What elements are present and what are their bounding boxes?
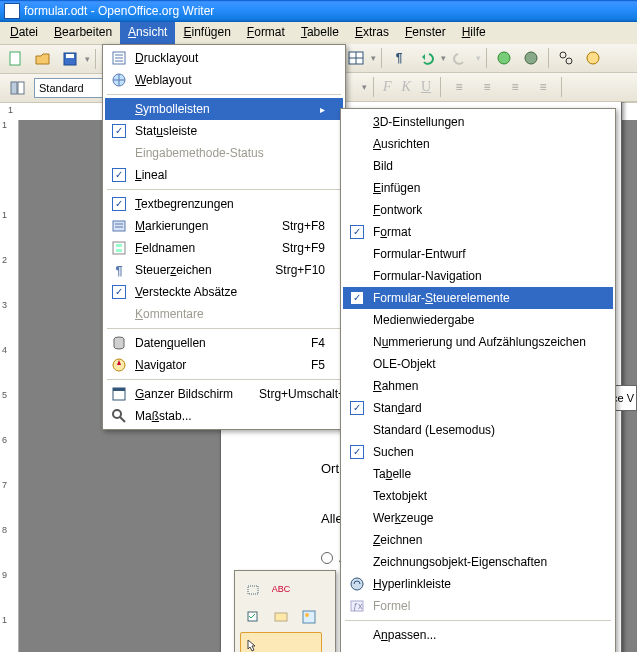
svg-rect-28 xyxy=(116,249,122,252)
menu-item[interactable]: Standard xyxy=(343,397,613,419)
redo-button[interactable] xyxy=(449,46,473,70)
form-select-icon[interactable] xyxy=(240,576,266,602)
menu-item[interactable]: Anpassen... xyxy=(343,624,613,646)
menu-item[interactable]: Suchen xyxy=(343,441,613,463)
menu-item[interactable]: FeldnamenStrg+F9 xyxy=(105,237,343,259)
toggle-para-button[interactable]: ¶ xyxy=(387,46,411,70)
menu-item[interactable]: Medienwiedergabe xyxy=(343,309,613,331)
menu-item[interactable]: Formular-Navigation xyxy=(343,265,613,287)
menu-item[interactable]: Zeichnen xyxy=(343,529,613,551)
menu-item[interactable]: ¶SteuerzeichenStrg+F10 xyxy=(105,259,343,281)
new-doc-button[interactable] xyxy=(4,47,28,71)
menu-item[interactable]: 3D-Einstellungen xyxy=(343,111,613,133)
form-abc-icon[interactable]: ABC xyxy=(268,576,294,602)
menu-datei[interactable]: Datei xyxy=(2,22,46,44)
svg-rect-26 xyxy=(113,242,125,254)
svg-line-34 xyxy=(120,417,125,422)
menu-hilfe[interactable]: Hilfe xyxy=(454,22,494,44)
menu-item[interactable]: Ganzer BildschirmStrg+Umschalt+J xyxy=(105,383,343,405)
app-icon xyxy=(4,3,20,19)
menu-item[interactable]: Format xyxy=(343,221,613,243)
titlebar: formular.odt - OpenOffice.org Writer xyxy=(0,0,637,22)
italic-button: K xyxy=(402,79,411,95)
menu-item[interactable]: MarkierungenStrg+F8 xyxy=(105,215,343,237)
svg-rect-5 xyxy=(248,586,258,594)
menu-item[interactable]: OLE-Objekt xyxy=(343,353,613,375)
form-pointer-icon[interactable] xyxy=(240,632,322,652)
styles-button[interactable] xyxy=(6,76,30,100)
menu-bearbeiten[interactable]: Bearbeiten xyxy=(46,22,120,44)
svg-rect-32 xyxy=(113,388,125,391)
menu-item[interactable]: Standard (Lesemodus) xyxy=(343,419,613,441)
menu-item[interactable]: Rahmen xyxy=(343,375,613,397)
menu-item[interactable]: Fontwork xyxy=(343,199,613,221)
menu-extras[interactable]: Extras xyxy=(347,22,397,44)
menu-item[interactable]: Versteckte Absätze xyxy=(105,281,343,303)
svg-rect-23 xyxy=(113,221,125,231)
svg-rect-2 xyxy=(66,54,74,58)
menu-item[interactable]: Formular-Steuerelemente xyxy=(343,287,613,309)
menu-fenster[interactable]: Fenster xyxy=(397,22,454,44)
svg-point-33 xyxy=(113,410,121,418)
menu-item[interactable]: Bild xyxy=(343,155,613,177)
svg-point-14 xyxy=(525,52,537,64)
menu-item[interactable]: Textbegrenzungen xyxy=(105,193,343,215)
menu-item: ƒxFormel xyxy=(343,595,613,617)
svg-point-9 xyxy=(305,613,309,617)
save-button[interactable] xyxy=(58,47,82,71)
face-button[interactable] xyxy=(519,46,543,70)
menu-item[interactable]: NavigatorF5 xyxy=(105,354,343,376)
align-justify-button: ≡ xyxy=(531,75,555,99)
menu-einfügen[interactable]: Einfügen xyxy=(175,22,238,44)
table-button[interactable] xyxy=(344,46,368,70)
svg-rect-8 xyxy=(303,611,315,623)
menu-item[interactable]: Drucklayout xyxy=(105,47,343,69)
align-left-button: ≡ xyxy=(447,75,471,99)
app-window: formular.odt - OpenOffice.org Writer Dat… xyxy=(0,0,637,652)
hyperlink-button[interactable] xyxy=(492,46,516,70)
align-right-button: ≡ xyxy=(503,75,527,99)
svg-point-16 xyxy=(566,58,572,64)
menu-item[interactable]: Symbolleisten xyxy=(105,98,343,120)
menu-format[interactable]: Format xyxy=(239,22,293,44)
menu-item[interactable]: Tabelle xyxy=(343,463,613,485)
open-button[interactable] xyxy=(31,47,55,71)
svg-text:ƒx: ƒx xyxy=(353,601,363,611)
svg-rect-7 xyxy=(275,613,287,621)
menubar: DateiBearbeitenAnsichtEinfügenFormatTabe… xyxy=(0,22,637,45)
nav-button[interactable] xyxy=(581,46,605,70)
svg-rect-0 xyxy=(10,52,20,65)
toolbars-submenu: 3D-EinstellungenAusrichtenBildEinfügenFo… xyxy=(340,108,616,652)
view-menu: DrucklayoutWeblayoutSymbolleistenStatusl… xyxy=(102,44,346,430)
svg-point-13 xyxy=(498,52,510,64)
svg-point-15 xyxy=(560,52,566,58)
form-checkbox-icon[interactable] xyxy=(240,604,266,630)
menu-item[interactable]: Lineal xyxy=(105,164,343,186)
menu-item[interactable]: Hyperlinkleiste xyxy=(343,573,613,595)
menu-item[interactable]: Werkzeuge xyxy=(343,507,613,529)
menu-item[interactable]: Statusleiste xyxy=(105,120,343,142)
align-center-button: ≡ xyxy=(475,75,499,99)
menu-item[interactable]: Textobjekt xyxy=(343,485,613,507)
menu-ansicht[interactable]: Ansicht xyxy=(120,22,175,44)
menu-item[interactable]: Ausrichten xyxy=(343,133,613,155)
find-button[interactable] xyxy=(554,46,578,70)
menu-item[interactable]: Einfügen xyxy=(343,177,613,199)
form-controls-toolbar[interactable]: ABC xyxy=(234,570,336,652)
menu-item[interactable]: Nummerierung und Aufzählungszeichen xyxy=(343,331,613,353)
form-image-icon[interactable] xyxy=(296,604,322,630)
paragraph-mark-icon xyxy=(627,95,637,105)
menu-item[interactable]: Formular-Entwurf xyxy=(343,243,613,265)
menu-item[interactable]: Maßstab... xyxy=(105,405,343,427)
form-edit-icon[interactable] xyxy=(268,604,294,630)
menu-item[interactable]: Zeichnungsobjekt-Eigenschaften xyxy=(343,551,613,573)
menu-item[interactable]: Weblayout xyxy=(105,69,343,91)
svg-rect-4 xyxy=(18,82,24,94)
bold-button: F xyxy=(383,79,392,95)
menu-tabelle[interactable]: Tabelle xyxy=(293,22,347,44)
undo-button[interactable] xyxy=(414,46,438,70)
svg-rect-27 xyxy=(116,244,122,247)
menu-item[interactable]: DatenquellenF4 xyxy=(105,332,343,354)
menu-item[interactable]: Wiederherstellen xyxy=(343,646,613,652)
menu-item: Eingabemethode-Status xyxy=(105,142,343,164)
